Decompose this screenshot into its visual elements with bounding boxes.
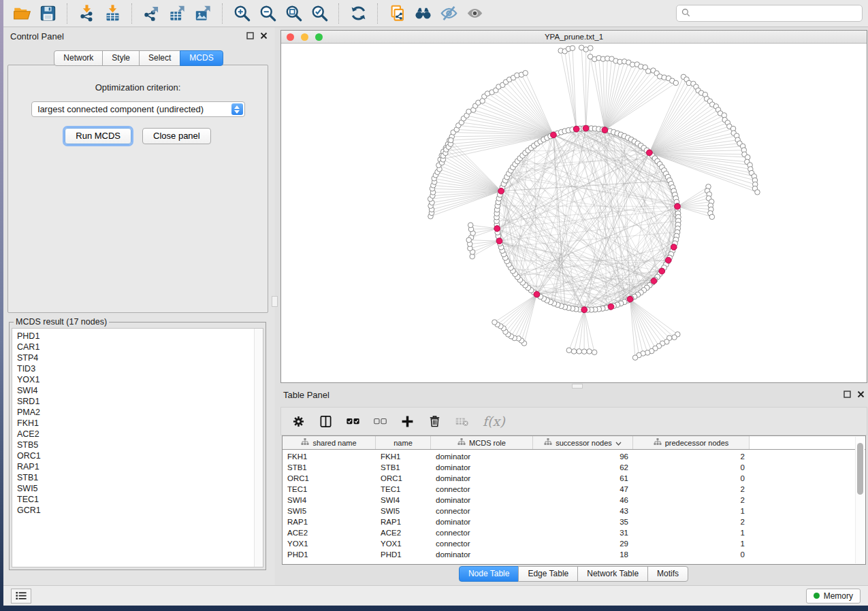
table-tab-network-table[interactable]: Network Table bbox=[577, 566, 648, 582]
cell-predecessors[interactable]: 1 bbox=[633, 540, 750, 548]
column-header-successor-nodes[interactable]: successor nodes bbox=[533, 436, 633, 449]
add-column-icon[interactable] bbox=[401, 415, 414, 428]
import-network-icon[interactable] bbox=[74, 3, 99, 24]
cell-name[interactable]: FKH1 bbox=[376, 452, 431, 461]
cell-predecessors[interactable]: 2 bbox=[633, 496, 750, 504]
float-panel-icon[interactable] bbox=[246, 31, 254, 42]
mcds-result-item[interactable]: STB5 bbox=[17, 440, 263, 450]
mcds-result-item[interactable]: YOX1 bbox=[17, 374, 263, 385]
delete-column-icon[interactable] bbox=[428, 415, 441, 428]
cell-successors[interactable]: 31 bbox=[533, 529, 633, 537]
cell-role[interactable]: connector bbox=[431, 507, 533, 515]
cell-successors[interactable]: 29 bbox=[533, 540, 633, 548]
mcds-result-item[interactable]: SWI5 bbox=[17, 483, 263, 494]
mcds-result-item[interactable]: STP4 bbox=[17, 352, 263, 363]
export-image-icon[interactable] bbox=[190, 3, 216, 24]
mcds-result-item[interactable]: CAR1 bbox=[17, 342, 263, 352]
column-header-name[interactable]: name bbox=[376, 436, 431, 449]
zoom-fit-content-icon[interactable] bbox=[280, 3, 306, 24]
mcds-result-item[interactable]: GCR1 bbox=[17, 505, 263, 516]
close-window-icon[interactable] bbox=[287, 33, 294, 41]
cell-name[interactable]: YOX1 bbox=[376, 540, 431, 548]
zoom-selected-icon[interactable] bbox=[306, 3, 332, 24]
cell-successors[interactable]: 62 bbox=[533, 463, 633, 472]
apply-function-icon[interactable]: f(x) bbox=[483, 414, 505, 429]
cell-predecessors[interactable]: 0 bbox=[633, 474, 750, 482]
column-header-predecessor-nodes[interactable]: predecessor nodes bbox=[633, 436, 750, 449]
table-row[interactable]: ACE2ACE2connector311 bbox=[283, 527, 865, 538]
table-scrollbar[interactable] bbox=[855, 437, 865, 563]
mcds-result-item[interactable]: TID3 bbox=[17, 363, 263, 374]
cell-successors[interactable]: 35 bbox=[533, 518, 633, 526]
criterion-select[interactable]: largest connected component (undirected) bbox=[31, 101, 245, 117]
task-history-button[interactable] bbox=[11, 589, 31, 604]
cell-name[interactable]: TEC1 bbox=[376, 485, 431, 493]
open-file-icon[interactable] bbox=[9, 3, 35, 24]
network-window-titlebar[interactable]: YPA_prune.txt_1 bbox=[281, 31, 867, 44]
float-panel-icon[interactable] bbox=[843, 390, 851, 400]
deselect-all-checkboxes-icon[interactable] bbox=[374, 415, 387, 428]
find-icon[interactable] bbox=[410, 3, 436, 24]
zoom-out-icon[interactable] bbox=[255, 3, 280, 24]
mcds-result-item[interactable]: PHD1 bbox=[17, 331, 263, 342]
cell-shared-name[interactable]: PHD1 bbox=[283, 550, 376, 559]
close-panel-button[interactable]: Close panel bbox=[142, 128, 211, 144]
mcds-result-item[interactable]: TEC1 bbox=[17, 494, 263, 505]
cell-predecessors[interactable]: 1 bbox=[633, 507, 750, 515]
cell-successors[interactable]: 46 bbox=[533, 496, 633, 504]
cell-name[interactable]: ACE2 bbox=[376, 529, 431, 537]
tab-network[interactable]: Network bbox=[54, 50, 103, 66]
leaf-nodes[interactable] bbox=[428, 45, 760, 360]
cell-role[interactable]: dominator bbox=[431, 550, 533, 559]
close-panel-icon[interactable] bbox=[260, 31, 268, 42]
splitter-grip-vertical[interactable] bbox=[272, 296, 278, 307]
show-panels-icon[interactable] bbox=[462, 3, 487, 24]
cell-shared-name[interactable]: SWI5 bbox=[283, 507, 376, 515]
cell-predecessors[interactable]: 0 bbox=[633, 550, 750, 559]
table-row[interactable]: SWI4SWI4dominator462 bbox=[283, 495, 865, 506]
cell-shared-name[interactable]: TEC1 bbox=[283, 485, 376, 493]
mcds-result-item[interactable]: RAP1 bbox=[17, 461, 263, 472]
minimize-window-icon[interactable] bbox=[301, 33, 308, 41]
table-settings-icon[interactable] bbox=[292, 415, 305, 428]
export-table-icon[interactable] bbox=[164, 3, 190, 24]
cell-role[interactable]: dominator bbox=[431, 496, 533, 504]
cell-name[interactable]: STB1 bbox=[376, 463, 431, 472]
select-all-checkboxes-icon[interactable] bbox=[347, 415, 359, 428]
cell-role[interactable]: connector bbox=[431, 529, 533, 537]
mcds-result-item[interactable]: SWI4 bbox=[17, 385, 263, 396]
maximize-window-icon[interactable] bbox=[315, 33, 323, 41]
memory-button[interactable]: Memory bbox=[806, 589, 861, 604]
cell-role[interactable]: connector bbox=[431, 485, 533, 493]
cell-name[interactable]: SWI4 bbox=[376, 496, 431, 504]
column-header-mcds-role[interactable]: MCDS role bbox=[431, 436, 533, 449]
cell-predecessors[interactable]: 2 bbox=[633, 518, 750, 526]
table-row[interactable]: PHD1PHD1dominator180 bbox=[283, 549, 865, 560]
run-mcds-button[interactable]: Run MCDS bbox=[65, 128, 131, 144]
save-session-icon[interactable] bbox=[35, 3, 61, 24]
cell-successors[interactable]: 96 bbox=[533, 452, 633, 461]
cell-role[interactable]: dominator bbox=[431, 474, 533, 482]
clone-network-icon[interactable] bbox=[384, 3, 410, 24]
cell-shared-name[interactable]: ACE2 bbox=[283, 529, 376, 537]
cell-name[interactable]: ORC1 bbox=[376, 474, 431, 482]
export-network-icon[interactable] bbox=[138, 3, 164, 24]
cell-successors[interactable]: 43 bbox=[533, 507, 633, 515]
delete-table-icon[interactable] bbox=[455, 415, 468, 428]
table-row[interactable]: ORC1ORC1dominator610 bbox=[283, 473, 865, 484]
cell-predecessors[interactable]: 2 bbox=[633, 485, 750, 493]
mcds-result-item[interactable]: PMA2 bbox=[17, 407, 263, 418]
import-table-icon[interactable] bbox=[99, 3, 125, 24]
cell-shared-name[interactable]: RAP1 bbox=[283, 518, 376, 526]
cell-successors[interactable]: 18 bbox=[533, 550, 633, 559]
column-header-shared-name[interactable]: shared name bbox=[283, 436, 376, 449]
table-scrollbar-thumb[interactable] bbox=[857, 443, 863, 495]
cell-successors[interactable]: 47 bbox=[533, 485, 633, 493]
search-input[interactable] bbox=[694, 9, 857, 18]
mcds-result-item[interactable]: ORC1 bbox=[17, 450, 263, 461]
cell-role[interactable]: dominator bbox=[431, 463, 533, 472]
cell-shared-name[interactable]: ORC1 bbox=[283, 474, 376, 482]
table-row[interactable]: FKH1FKH1dominator962 bbox=[283, 451, 865, 462]
cell-name[interactable]: RAP1 bbox=[376, 518, 431, 526]
cell-predecessors[interactable]: 2 bbox=[633, 452, 750, 461]
